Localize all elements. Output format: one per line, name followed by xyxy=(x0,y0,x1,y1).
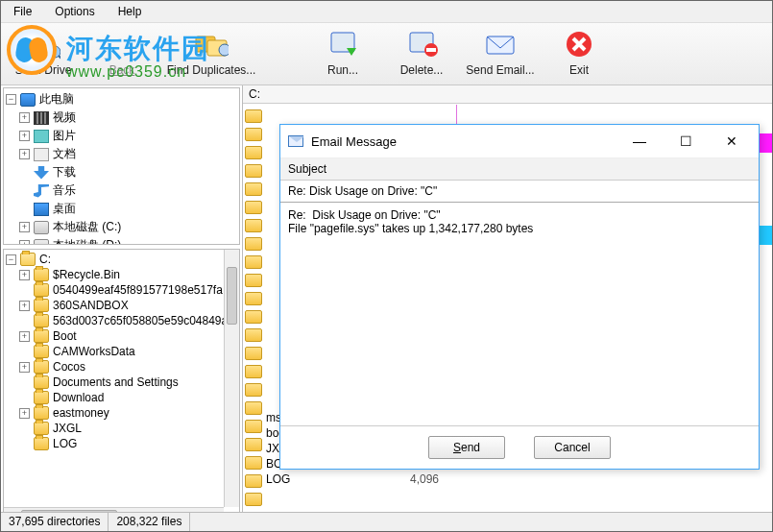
find-duplicates-button[interactable]: Find Duplicates... xyxy=(168,29,254,77)
send-email-button[interactable]: Send Email... xyxy=(468,29,533,77)
folder-icon xyxy=(34,283,49,297)
item-icon xyxy=(34,203,49,216)
tree-item[interactable]: +音乐 xyxy=(6,181,237,200)
scan-drive-button[interactable]: Scan Drive xyxy=(11,29,76,77)
toolbar: 河东软件园 www.pc0359.cn Scan Drive Back Find… xyxy=(1,23,772,85)
cancel-button[interactable]: Cancel xyxy=(534,436,611,459)
pc-icon xyxy=(20,93,36,107)
menu-help[interactable]: Help xyxy=(108,2,153,21)
folder-icon xyxy=(34,422,49,435)
folder-icon xyxy=(34,406,49,420)
maximize-button[interactable]: ☐ xyxy=(666,131,705,152)
menubar: File Options Help xyxy=(1,1,772,23)
svg-point-1 xyxy=(45,46,49,50)
folder-icon xyxy=(34,391,49,404)
tree-item[interactable]: +LOG xyxy=(6,436,237,451)
subject-input[interactable]: Re: Disk Usage on Drive: "C" xyxy=(280,181,759,203)
left-panel: −此电脑 +视频+图片+文档+下载+音乐+桌面+本地磁盘 (C:)+本地磁盘 (… xyxy=(1,85,243,525)
dialog-titlebar[interactable]: Email Message — ☐ ✕ xyxy=(280,125,759,158)
dialog-title: Email Message xyxy=(311,134,613,149)
drive-scan-icon xyxy=(26,29,60,60)
exit-button[interactable]: Exit xyxy=(546,29,612,77)
item-icon xyxy=(34,239,49,246)
tree-item[interactable]: +下载 xyxy=(6,163,237,181)
tree-item[interactable]: +563d0037c65f058805e59c04849ab xyxy=(6,313,237,328)
tree-item[interactable]: +Download xyxy=(6,390,237,405)
tree-item[interactable]: +本地磁盘 (D:) xyxy=(6,236,237,245)
status-bar: 37,695 directories 208,322 files xyxy=(1,512,772,531)
folder-icon xyxy=(34,314,49,327)
delete-button[interactable]: Delete... xyxy=(389,29,454,77)
svg-line-3 xyxy=(59,56,60,60)
item-icon xyxy=(34,221,49,234)
back-button[interactable]: Back xyxy=(89,29,155,77)
folder-icon xyxy=(34,329,49,343)
send-button[interactable]: Send xyxy=(428,436,505,459)
file-row[interactable]: LOG4,096 xyxy=(264,472,772,487)
tree-item[interactable]: +Boot xyxy=(6,328,237,344)
folder-icon xyxy=(34,345,49,358)
tree-item[interactable]: +360SANDBOX xyxy=(6,298,237,313)
folder-icon xyxy=(34,268,49,281)
folder-icon xyxy=(34,437,49,450)
svg-point-6 xyxy=(219,44,229,56)
folder-open-icon xyxy=(20,253,36,266)
svg-rect-11 xyxy=(487,36,514,54)
tree-item[interactable]: +Documents and Settings xyxy=(6,375,237,390)
menu-file[interactable]: File xyxy=(3,2,42,21)
run-icon xyxy=(326,29,360,60)
item-icon xyxy=(34,148,49,161)
minimize-button[interactable]: — xyxy=(620,131,659,152)
mail-icon xyxy=(288,135,303,147)
tree-item[interactable]: +Cocos xyxy=(6,359,237,375)
folder-icon xyxy=(34,299,49,312)
status-dirs: 37,695 directories xyxy=(1,513,109,531)
exit-icon xyxy=(562,29,596,60)
folder-icon xyxy=(34,375,49,389)
body-input[interactable]: Re: Disk Usage on Drive: "C" File "pagef… xyxy=(280,203,759,426)
item-icon xyxy=(34,130,49,143)
email-dialog: Email Message — ☐ ✕ Subject Re: Disk Usa… xyxy=(279,124,760,470)
close-button[interactable]: ✕ xyxy=(713,131,751,152)
svg-rect-10 xyxy=(426,48,436,52)
drives-tree[interactable]: −此电脑 +视频+图片+文档+下载+音乐+桌面+本地磁盘 (C:)+本地磁盘 (… xyxy=(3,87,240,245)
menu-options[interactable]: Options xyxy=(44,2,105,21)
subject-label: Subject xyxy=(280,158,759,181)
path-bar: C: xyxy=(243,85,772,104)
tree-item[interactable]: +JXGL xyxy=(6,421,237,436)
status-files: 208,322 files xyxy=(109,513,190,531)
tree-item[interactable]: +CAMWorksData xyxy=(6,344,237,359)
tree-item[interactable]: +0540499eaf45f891577198e517fa xyxy=(6,282,237,298)
item-icon xyxy=(34,166,49,180)
tree-item[interactable]: +$Recycle.Bin xyxy=(6,267,237,282)
item-icon xyxy=(34,184,49,198)
tree-item[interactable]: +文档 xyxy=(6,145,237,163)
tree-item[interactable]: +eastmoney xyxy=(6,405,237,421)
run-button[interactable]: Run... xyxy=(310,29,375,77)
tree-item[interactable]: +视频 xyxy=(6,109,237,127)
item-icon xyxy=(34,111,49,125)
folder-tree[interactable]: −C: +$Recycle.Bin+0540499eaf45f891577198… xyxy=(3,249,240,523)
folders-search-icon xyxy=(194,29,229,60)
folder-column xyxy=(243,105,264,525)
back-icon xyxy=(105,29,139,60)
tree-item[interactable]: +图片 xyxy=(6,127,237,145)
folder-icon xyxy=(34,360,49,374)
tree-item[interactable]: +本地磁盘 (C:) xyxy=(6,218,237,236)
tree-vscroll[interactable] xyxy=(224,250,239,507)
tree-item[interactable]: +桌面 xyxy=(6,200,237,218)
mail-icon xyxy=(483,29,518,60)
delete-icon xyxy=(404,29,439,60)
